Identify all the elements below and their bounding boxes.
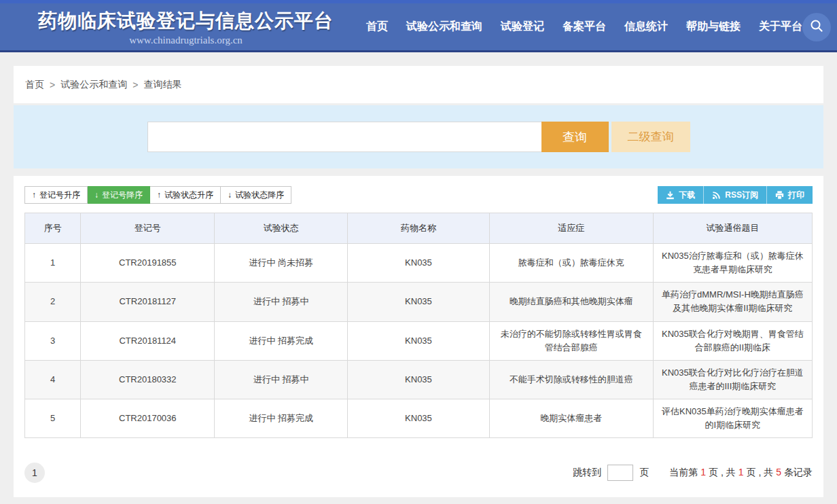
table-cell-trial-title[interactable]: KN035治疗脓毒症和（或）脓毒症休克患者早期临床研究 xyxy=(653,244,812,283)
action-button-group: 下载RSS订阅打印 xyxy=(658,186,813,204)
table-cell-index[interactable]: 4 xyxy=(25,360,81,399)
toolbar: ↑登记号升序↓登记号降序↑试验状态升序↓试验状态降序 下载RSS订阅打印 xyxy=(24,186,813,204)
print-button[interactable]: 打印 xyxy=(766,186,813,204)
download-icon xyxy=(666,191,675,200)
sort-button-label: 试验状态升序 xyxy=(164,190,213,201)
table-cell-registration-number[interactable]: CTR20180332 xyxy=(81,360,215,399)
site-logo[interactable]: 药物临床试验登记与信息公示平台 www.chinadrugtrials.org.… xyxy=(38,8,334,46)
page-unit-label: 页 xyxy=(639,467,649,479)
breadcrumb-link[interactable]: 试验公示和查询 xyxy=(60,79,127,91)
table-cell-indication[interactable]: 未治疗的不能切除或转移性胃或胃食管结合部腺癌 xyxy=(489,321,653,360)
arrow-up-icon: ↑ xyxy=(157,190,161,200)
total-pages-number: 1 xyxy=(738,467,744,478)
table-cell-drug-name[interactable]: KN035 xyxy=(348,321,490,360)
column-header: 药物名称 xyxy=(348,213,490,244)
summary-suffix: 条记录 xyxy=(784,467,813,478)
nav-item[interactable]: 试验登记 xyxy=(501,20,544,34)
sort-button[interactable]: ↑试验状态升序 xyxy=(150,186,221,204)
download-button[interactable]: 下载 xyxy=(658,186,703,204)
table-cell-indication[interactable]: 不能手术切除或转移性的胆道癌 xyxy=(489,360,653,399)
breadcrumb-current: 查询结果 xyxy=(143,79,181,91)
table-cell-drug-name[interactable]: KN035 xyxy=(348,283,490,321)
arrow-up-icon: ↑ xyxy=(32,190,36,200)
column-header: 试验状态 xyxy=(215,213,348,244)
page-summary: 当前第1页 , 共1页 , 共5条记录 xyxy=(669,467,813,479)
total-records-number: 5 xyxy=(776,467,781,478)
table-cell-registration-number[interactable]: CTR20191855 xyxy=(81,244,215,283)
results-table: 序号登记号试验状态药物名称适应症试验通俗题目 1CTR20191855进行中 尚… xyxy=(24,213,813,438)
table-cell-trial-title[interactable]: 单药治疗dMMR/MSI-H晚期结直肠癌及其他晚期实体瘤II期临床研究 xyxy=(653,283,812,321)
nav-item[interactable]: 信息统计 xyxy=(624,20,668,34)
action-button-label: 打印 xyxy=(788,190,804,201)
table-cell-drug-name[interactable]: KN035 xyxy=(348,244,490,283)
nav-item[interactable]: 帮助与链接 xyxy=(686,20,741,34)
search-icon xyxy=(808,18,825,36)
column-header: 试验通俗题目 xyxy=(653,213,812,244)
table-row: 3CTR20181124进行中 招募完成KN035未治疗的不能切除或转移性胃或胃… xyxy=(25,321,813,360)
sort-button[interactable]: ↓试验状态降序 xyxy=(221,186,291,204)
table-cell-trial-status[interactable]: 进行中 招募中 xyxy=(215,283,348,321)
table-cell-trial-title[interactable]: 评估KN035单药治疗晚期实体瘤患者的I期临床研究 xyxy=(653,399,812,438)
table-row: 5CTR20170036进行中 招募完成KN035晚期实体瘤患者评估KN035单… xyxy=(25,399,813,438)
current-page-number: 1 xyxy=(700,467,706,478)
table-cell-indication[interactable]: 脓毒症和（或）脓毒症休克 xyxy=(489,244,653,283)
secondary-query-button[interactable]: 二级查询 xyxy=(611,122,690,152)
summary-mid1: 页 , 共 xyxy=(709,467,736,478)
search-input[interactable] xyxy=(147,122,541,152)
table-cell-trial-title[interactable]: KN035联合化疗对比化疗治疗在胆道癌患者的III期临床研究 xyxy=(653,360,812,399)
table-cell-indication[interactable]: 晚期结直肠癌和其他晚期实体瘤 xyxy=(489,283,653,321)
site-title: 药物临床试验登记与信息公示平台 xyxy=(38,8,334,34)
table-cell-trial-status[interactable]: 进行中 尚未招募 xyxy=(215,244,348,283)
header-search-button[interactable] xyxy=(802,13,831,41)
table-cell-registration-number[interactable]: CTR20181124 xyxy=(81,321,215,360)
sort-button-label: 试验状态降序 xyxy=(235,190,284,201)
table-cell-index[interactable]: 1 xyxy=(25,244,81,283)
nav-item[interactable]: 关于平台 xyxy=(759,20,802,34)
table-cell-indication[interactable]: 晚期实体瘤患者 xyxy=(489,399,653,438)
rss-subscribe-button[interactable]: RSS订阅 xyxy=(703,186,766,204)
breadcrumb-link[interactable]: 首页 xyxy=(25,79,44,91)
search-band: 查询 二级查询 xyxy=(14,105,823,168)
summary-prefix: 当前第 xyxy=(669,467,698,478)
table-cell-trial-status[interactable]: 进行中 招募完成 xyxy=(215,399,348,438)
table-cell-drug-name[interactable]: KN035 xyxy=(348,399,490,438)
site-header: 药物临床试验登记与信息公示平台 www.chinadrugtrials.org.… xyxy=(0,0,837,52)
arrow-down-icon: ↓ xyxy=(94,190,99,200)
sort-button[interactable]: ↓登记号降序 xyxy=(88,186,150,204)
breadcrumb-separator: > xyxy=(50,79,55,90)
column-header: 适应症 xyxy=(489,213,653,244)
header-right: 登录 xyxy=(802,13,837,41)
table-cell-index[interactable]: 3 xyxy=(25,321,81,360)
table-cell-trial-title[interactable]: KN035联合化疗对晚期胃、胃食管结合部腺癌的II期临床 xyxy=(653,321,812,360)
column-header: 序号 xyxy=(25,213,81,244)
page-number-button[interactable]: 1 xyxy=(24,463,45,483)
table-header-row: 序号登记号试验状态药物名称适应症试验通俗题目 xyxy=(25,213,813,244)
jump-to-label: 跳转到 xyxy=(573,467,601,479)
print-icon xyxy=(775,191,784,200)
column-header: 登记号 xyxy=(81,213,215,244)
nav-item[interactable]: 备案平台 xyxy=(563,20,606,34)
table-cell-registration-number[interactable]: CTR20181127 xyxy=(81,283,215,321)
nav-item[interactable]: 试验公示和查询 xyxy=(406,20,482,34)
arrow-down-icon: ↓ xyxy=(228,190,232,200)
table-cell-index[interactable]: 5 xyxy=(25,399,81,438)
sort-button[interactable]: ↑登记号升序 xyxy=(24,186,88,204)
pagination: 1 跳转到 页 当前第1页 , 共1页 , 共5条记录 xyxy=(24,463,813,492)
sort-button-group: ↑登记号升序↓登记号降序↑试验状态升序↓试验状态降序 xyxy=(24,186,291,204)
nav-item[interactable]: 首页 xyxy=(366,20,388,34)
table-row: 4CTR20180332进行中 招募中KN035不能手术切除或转移性的胆道癌KN… xyxy=(25,360,813,399)
rss-icon xyxy=(712,191,721,200)
table-row: 2CTR20181127进行中 招募中KN035晚期结直肠癌和其他晚期实体瘤单药… xyxy=(25,283,813,321)
query-button[interactable]: 查询 xyxy=(541,122,609,152)
action-button-label: RSS订阅 xyxy=(725,190,758,201)
results-panel: ↑登记号升序↓登记号降序↑试验状态升序↓试验状态降序 下载RSS订阅打印 序号登… xyxy=(14,176,823,497)
table-cell-registration-number[interactable]: CTR20170036 xyxy=(81,399,215,438)
table-body: 1CTR20191855进行中 尚未招募KN035脓毒症和（或）脓毒症休克KN0… xyxy=(25,244,813,438)
table-cell-trial-status[interactable]: 进行中 招募中 xyxy=(215,360,348,399)
table-cell-index[interactable]: 2 xyxy=(25,283,81,321)
table-cell-drug-name[interactable]: KN035 xyxy=(348,360,490,399)
table-cell-trial-status[interactable]: 进行中 招募完成 xyxy=(215,321,348,360)
jump-page-input[interactable] xyxy=(607,465,633,481)
search-box: 查询 二级查询 xyxy=(147,122,690,152)
site-url: www.chinadrugtrials.org.cn xyxy=(38,35,334,46)
